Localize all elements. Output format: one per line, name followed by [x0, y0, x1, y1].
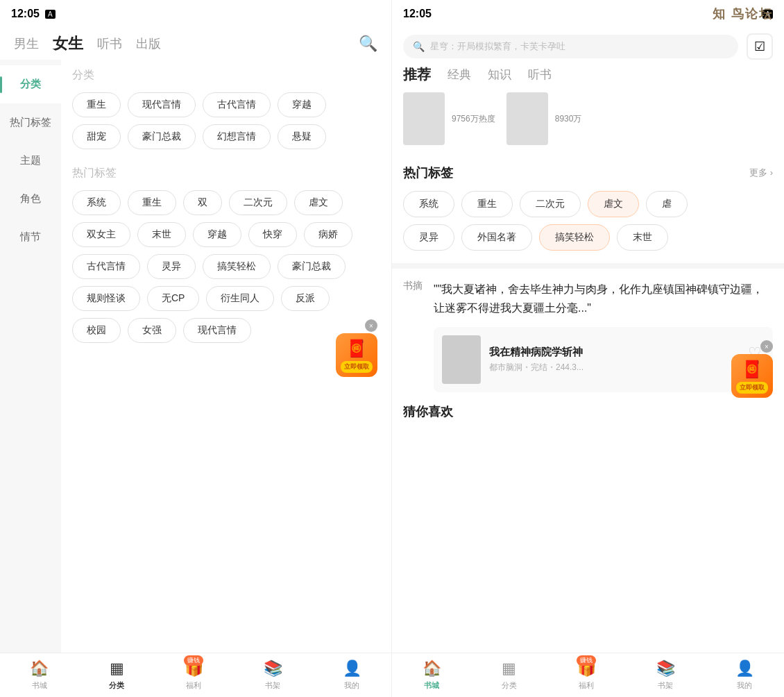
left-panel: 12:05 A 男生 女生 听书 出版 🔍 分类 热门标签 主题 角色 — [0, 0, 392, 697]
hot-tag-btn-left[interactable]: 豪门总裁 — [278, 254, 346, 279]
hot-tag-btn-right-r1[interactable]: 系统 — [403, 191, 454, 217]
book-card-info: 我在精神病院学斩神 都市脑洞・完结・244.3... — [489, 346, 736, 373]
hot-tag-btn-left[interactable]: 现代言情 — [183, 318, 251, 343]
profile-icon-right: 👤 — [735, 660, 754, 678]
hot-tag-btn-right-r1[interactable]: 虐文 — [588, 191, 639, 217]
nav-bar: 男生 女生 听书 出版 🔍 — [0, 28, 391, 60]
hot-tag-btn-left[interactable]: 病娇 — [304, 222, 352, 247]
category-tag-btn[interactable]: 古代言情 — [203, 92, 271, 117]
bookshelf-icon-right: 📚 — [656, 660, 675, 678]
hot-tag-btn-left[interactable]: 末世 — [137, 222, 186, 247]
quote-label: 书摘 — [403, 280, 423, 292]
bottom-nav-profile-left[interactable]: 👤 我的 — [343, 660, 361, 691]
search-icon-nav[interactable]: 🔍 — [359, 35, 377, 53]
search-input-box[interactable]: 🔍 星穹：开局模拟繁育，卡芙卡孕吐 — [403, 35, 738, 58]
envelope-label-right: 立即领取 — [736, 382, 768, 394]
hot-tag-btn-left[interactable]: 规则怪谈 — [72, 286, 140, 311]
book-card: 我在精神病院学斩神 都市脑洞・完结・244.3... ♡ 8293 — [434, 327, 773, 392]
bottom-nav-bookstore-right[interactable]: 🏠 书城 — [423, 660, 441, 691]
rec-book-1: 9756万热度 — [403, 92, 495, 145]
envelope-body-right[interactable]: 🧧 立即领取 — [731, 354, 773, 398]
bottom-nav-profile-right[interactable]: 👤 我的 — [735, 660, 754, 691]
profile-label-right: 我的 — [737, 680, 752, 691]
tab-recommend[interactable]: 推荐 — [403, 65, 431, 84]
profile-label-left: 我的 — [344, 680, 359, 691]
hot-tag-btn-left[interactable]: 穿越 — [193, 222, 241, 247]
welfare-label-left: 福利 — [186, 680, 201, 691]
category-tag-btn[interactable]: 现代言情 — [128, 92, 196, 117]
sidebar-item-hot-tags[interactable]: 热门标签 — [0, 103, 61, 142]
section-title-category: 分类 — [72, 68, 380, 83]
hot-tag-btn-left[interactable]: 校园 — [72, 318, 121, 343]
bookstore-label-right: 书城 — [424, 680, 439, 691]
sidebar-item-role[interactable]: 角色 — [0, 180, 61, 218]
envelope-icon-left: 🧧 — [346, 339, 367, 358]
bottom-nav-welfare-left[interactable]: 赚钱 🎁 福利 — [185, 660, 203, 691]
category-tag-btn[interactable]: 悬疑 — [278, 124, 326, 149]
category-tag-btn[interactable]: 豪门总裁 — [128, 124, 196, 149]
hot-tags-title-right: 热门标签 — [403, 165, 453, 181]
status-time-left: 12:05 — [11, 8, 40, 20]
envelope-label-left: 立即领取 — [341, 361, 373, 373]
book-card-meta: 都市脑洞・完结・244.3... — [489, 362, 736, 373]
status-a-icon-left: A — [45, 10, 56, 19]
category-tag-btn[interactable]: 穿越 — [278, 92, 326, 117]
hot-tag-btn-right-r2[interactable]: 搞笑轻松 — [539, 224, 610, 251]
sidebar: 分类 热门标签 主题 角色 情节 — [0, 60, 61, 653]
hot-tag-btn-left[interactable]: 快穿 — [248, 222, 297, 247]
bottom-nav-bookstore-left[interactable]: 🏠 书城 — [30, 660, 49, 691]
hot-tag-btn-left[interactable]: 双 — [183, 190, 222, 215]
category-tag-btn[interactable]: 甜宠 — [72, 124, 121, 149]
hot-tag-btn-left[interactable]: 双女主 — [72, 222, 130, 247]
sidebar-item-category[interactable]: 分类 — [0, 65, 61, 103]
envelope-close-left[interactable]: × — [365, 319, 377, 332]
hot-tag-btn-left[interactable]: 衍生同人 — [206, 286, 274, 311]
hot-tag-btn-right-r2[interactable]: 外国名著 — [461, 224, 532, 251]
envelope-body-left[interactable]: 🧧 立即领取 — [336, 333, 377, 377]
hot-tag-btn-left[interactable]: 灵异 — [147, 254, 196, 279]
sidebar-item-theme[interactable]: 主题 — [0, 142, 61, 180]
hot-tags-more[interactable]: 更多 › — [749, 167, 773, 179]
rec-book-2: 8930万 — [506, 92, 582, 145]
hot-tag-btn-right-r2[interactable]: 末世 — [617, 224, 668, 251]
bottom-nav-welfare-right[interactable]: 赚钱 🎁 福利 — [577, 660, 596, 691]
book-card-title[interactable]: 我在精神病院学斩神 — [489, 346, 736, 359]
rec-book-heat-2: 8930万 — [555, 113, 582, 125]
hot-tag-btn-right-r1[interactable]: 虐 — [646, 191, 688, 217]
category-tag-btn[interactable]: 重生 — [72, 92, 121, 117]
hot-tag-btn-left[interactable]: 古代言情 — [72, 254, 140, 279]
hot-tag-btn-left[interactable]: 搞笑轻松 — [203, 254, 271, 279]
envelope-close-right[interactable]: × — [760, 340, 773, 353]
hot-tag-btn-left[interactable]: 重生 — [128, 190, 176, 215]
bookstore-icon-right: 🏠 — [423, 660, 441, 678]
bottom-nav-category-right[interactable]: ▦ 分类 — [502, 660, 517, 691]
hot-tag-grid: 系统重生双二次元虐文双女主末世穿越快穿病娇古代言情灵异搞笑轻松豪门总裁规则怪谈无… — [72, 190, 380, 343]
bottom-nav-category-left[interactable]: ▦ 分类 — [109, 660, 124, 691]
bottom-nav-bookshelf-right[interactable]: 📚 书架 — [656, 660, 675, 691]
hot-tag-btn-left[interactable]: 系统 — [72, 190, 121, 215]
checkin-icon: ☑ — [754, 39, 765, 54]
tab-classic[interactable]: 经典 — [448, 67, 471, 83]
tabs-row: 推荐 经典 知识 听书 — [392, 65, 784, 92]
nav-item-publish[interactable]: 出版 — [136, 35, 161, 52]
nav-item-male[interactable]: 男生 — [14, 35, 39, 52]
category-label-right: 分类 — [502, 680, 517, 691]
hot-tag-btn-left[interactable]: 无CP — [147, 286, 199, 311]
hot-tag-btn-right-r2[interactable]: 灵异 — [403, 224, 454, 251]
hot-tag-row-1: 系统重生二次元虐文虐 — [403, 191, 773, 217]
nav-item-audio[interactable]: 听书 — [97, 35, 122, 52]
tab-knowledge[interactable]: 知识 — [488, 67, 511, 83]
hot-tag-btn-left[interactable]: 反派 — [281, 286, 330, 311]
nav-item-female[interactable]: 女生 — [53, 33, 83, 54]
hot-tag-btn-left[interactable]: 女强 — [128, 318, 176, 343]
hot-tag-btn-right-r1[interactable]: 二次元 — [520, 191, 581, 217]
category-tag-btn[interactable]: 幻想言情 — [203, 124, 271, 149]
envelope-icon-right: 🧧 — [742, 360, 762, 379]
hot-tag-btn-right-r1[interactable]: 重生 — [461, 191, 513, 217]
tab-audiobook[interactable]: 听书 — [528, 67, 552, 83]
hot-tag-btn-left[interactable]: 虐文 — [294, 190, 343, 215]
bottom-nav-bookshelf-left[interactable]: 📚 书架 — [264, 660, 282, 691]
sidebar-item-plot[interactable]: 情节 — [0, 218, 61, 256]
checkin-button[interactable]: ☑ — [747, 33, 773, 60]
hot-tag-btn-left[interactable]: 二次元 — [229, 190, 287, 215]
